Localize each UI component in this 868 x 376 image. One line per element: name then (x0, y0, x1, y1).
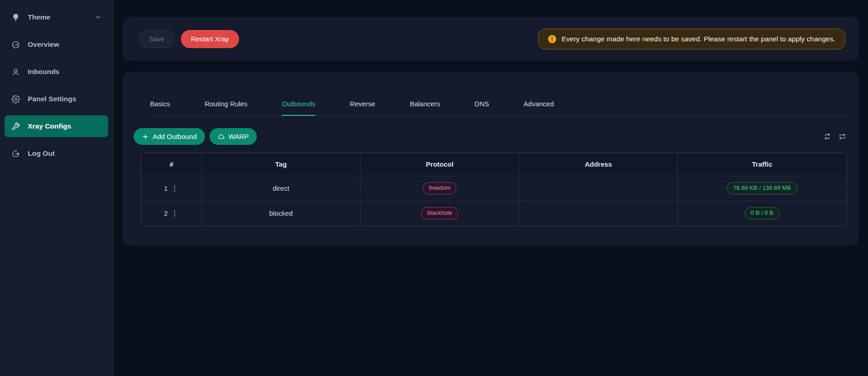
tab-dns[interactable]: DNS (474, 100, 489, 115)
user-icon (11, 68, 20, 76)
sidebar-item-label: Overview (28, 40, 59, 49)
column-header-traffic: Traffic (678, 153, 847, 176)
row-menu-icon[interactable]: ⋮ (170, 209, 179, 218)
sidebar-item-label: Xray Configs (28, 122, 71, 130)
wrench-icon (11, 122, 20, 131)
row-menu-icon[interactable]: ⋮ (170, 184, 179, 193)
add-outbound-label: Add Outbound (153, 133, 197, 140)
sidebar-item-inbounds[interactable]: Inbounds (5, 61, 108, 83)
sidebar-item-xray-configs[interactable]: Xray Configs (5, 115, 108, 137)
traffic-badge: 78.66 KB / 138.69 MB (727, 182, 797, 194)
plus-icon (142, 133, 149, 140)
outbound-actions: Add Outbound WARP (134, 128, 848, 145)
table-tools (823, 133, 848, 140)
tab-bar: Basics Routing Rules Outbounds Reverse B… (150, 72, 848, 116)
restart-xray-button[interactable]: Restart Xray (181, 30, 239, 48)
sidebar-item-label: Log Out (28, 149, 55, 158)
sidebar-item-panel-settings[interactable]: Panel Settings (5, 88, 108, 110)
tag-cell: blocked (202, 201, 360, 226)
save-button[interactable]: Save (139, 30, 175, 48)
column-header-address: Address (519, 153, 678, 176)
gear-icon (11, 95, 20, 104)
tab-advanced[interactable]: Advanced (524, 100, 554, 115)
xray-configs-card: Basics Routing Rules Outbounds Reverse B… (123, 72, 859, 245)
tag-cell: direct (202, 176, 360, 201)
sidebar-item-log-out[interactable]: Log Out (5, 143, 108, 164)
logout-icon (11, 149, 20, 158)
dashboard-icon (11, 40, 20, 49)
add-outbound-button[interactable]: Add Outbound (134, 128, 205, 145)
traffic-badge: 0 B / 0 B (745, 207, 779, 219)
sidebar-item-label: Inbounds (28, 68, 60, 76)
warp-label: WARP (229, 133, 249, 140)
table-row: 2 ⋮ blocked blackhole 0 B / 0 B (141, 201, 847, 226)
sidebar: Theme Overview Inbounds (0, 0, 114, 376)
protocol-badge: blackhole (421, 207, 458, 219)
table-header-row: # Tag Protocol Address Traffic (141, 153, 847, 176)
sidebar-item-label: Theme (28, 13, 50, 21)
toolbar-card: Save Restart Xray ! Every change made he… (123, 17, 859, 61)
tab-balancers[interactable]: Balancers (410, 100, 440, 115)
repeat-icon[interactable] (838, 133, 846, 140)
main-content: Save Restart Xray ! Every change made he… (114, 0, 868, 376)
tab-reverse[interactable]: Reverse (350, 100, 375, 115)
address-cell (519, 201, 678, 226)
sidebar-item-label: Panel Settings (28, 95, 76, 103)
tab-basics[interactable]: Basics (150, 100, 170, 115)
column-header-protocol: Protocol (360, 153, 519, 176)
table-row: 1 ⋮ direct freedom 78.66 KB / 138.69 MB (141, 176, 847, 201)
exclamation-circle-icon: ! (548, 35, 556, 43)
tab-routing-rules[interactable]: Routing Rules (205, 100, 247, 115)
cloud-icon (218, 133, 225, 140)
row-number: 1 (164, 184, 168, 192)
address-cell (519, 176, 678, 201)
chevron-down-icon (95, 14, 101, 20)
sidebar-item-overview[interactable]: Overview (5, 34, 108, 55)
column-header-tag: Tag (202, 153, 360, 176)
toolbar-buttons: Save Restart Xray (139, 30, 239, 48)
column-header-num: # (141, 153, 202, 176)
sidebar-item-theme[interactable]: Theme (5, 6, 108, 28)
refresh-icon[interactable] (823, 133, 831, 140)
unsaved-changes-alert: ! Every change made here needs to be sav… (538, 29, 845, 49)
warp-button[interactable]: WARP (210, 128, 257, 145)
alert-message: Every change made here needs to be saved… (562, 35, 835, 43)
row-number: 2 (164, 209, 168, 217)
bulb-icon (11, 13, 20, 22)
protocol-badge: freedom (423, 182, 457, 194)
outbounds-table: # Tag Protocol Address Traffic 1 ⋮ (141, 153, 847, 226)
tab-outbounds[interactable]: Outbounds (282, 100, 315, 116)
